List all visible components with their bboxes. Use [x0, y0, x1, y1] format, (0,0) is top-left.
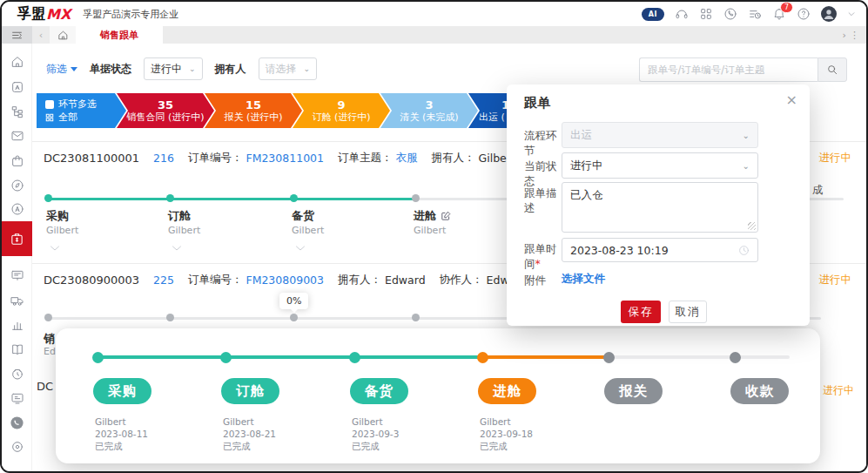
tab-home-icon[interactable] [50, 26, 76, 44]
avatar[interactable] [821, 6, 837, 22]
stage-flow: 环节多选 全部 35 销售合同 (进行中) 15 报关 (进行中) 9 订舱 (… [37, 93, 582, 128]
stage-pill[interactable]: 收款 [730, 378, 789, 404]
stage-pill[interactable]: 订舱 [221, 378, 279, 404]
sidebar-item-settings[interactable] [2, 435, 32, 459]
stage-pill[interactable]: 报关 [604, 378, 663, 404]
follow-up-time-input[interactable]: 2023-08-23 10:19 [562, 238, 758, 262]
sidebar-item-discovery[interactable] [2, 173, 32, 198]
sidebar-item-reports[interactable] [2, 313, 32, 337]
close-icon[interactable]: × [786, 91, 797, 108]
choose-file-link[interactable]: 选择文件 [562, 272, 605, 287]
chevron-down-icon: ⌄ [189, 64, 196, 73]
tab-forward-icon[interactable]: › [843, 30, 846, 41]
expand-chevron-icon[interactable] [50, 242, 60, 254]
sidebar-item-whatsapp[interactable] [2, 410, 32, 435]
owner-value: Edward [385, 274, 426, 287]
popup-line-done [98, 355, 482, 359]
filter-toggle[interactable]: 筛选 [46, 62, 77, 77]
resize-handle[interactable] [748, 222, 756, 230]
process-select[interactable]: 出运⌄ [562, 122, 758, 148]
stage-pill[interactable]: 备货 [350, 378, 408, 404]
doc-badge[interactable]: 225 [153, 274, 174, 287]
menu-toggle-icon[interactable] [2, 26, 32, 44]
modal-title: 跟单 [524, 95, 550, 111]
order-no-label: 订单编号： [188, 151, 243, 166]
sidebar-item-sales-tracking[interactable] [2, 221, 32, 256]
app-header: 孚盟 MX 孚盟产品演示专用企业 AI 7 [2, 2, 866, 26]
owner-label: 拥有人： [338, 273, 381, 287]
timeline-dot [290, 314, 298, 321]
sidebar [2, 44, 32, 471]
help-icon[interactable] [797, 7, 811, 21]
save-button[interactable]: 保存 [621, 301, 661, 323]
app-window: 孚盟 MX 孚盟产品演示专用企业 AI 7 [0, 0, 868, 473]
current-status-label: 当前状态 [524, 159, 564, 188]
sidebar-item-mail[interactable] [2, 124, 32, 148]
checkbox[interactable] [45, 100, 54, 109]
follow-up-time-label: 跟单时间* [524, 241, 564, 271]
chevron-down-icon[interactable] [847, 10, 856, 18]
brand-logo-mark: MX [46, 6, 71, 23]
subject-link[interactable]: 衣服 [396, 151, 418, 166]
sidebar-item-orders[interactable] [2, 362, 32, 386]
owner-placeholder: 请选择 [266, 62, 297, 77]
clock-icon [738, 245, 750, 256]
popup-dot [220, 352, 232, 363]
stage-flow-all[interactable]: 环节多选 全部 [37, 93, 126, 128]
stage-arrow-clearance[interactable]: 3 清关 (未完成) [380, 93, 478, 128]
edit-icon[interactable] [441, 211, 451, 221]
tab-sales-tracking[interactable]: 销售跟单 [76, 26, 163, 44]
cancel-button[interactable]: 取消 [669, 301, 707, 323]
sidebar-item-documents[interactable] [2, 337, 32, 362]
stage-arrow-booking[interactable]: 9 订舱 (进行中) [293, 93, 390, 128]
sidebar-item-customer-a[interactable] [2, 197, 32, 221]
timeline-dot [44, 194, 52, 202]
timeline-dot [412, 194, 420, 202]
sidebar-item-logistics[interactable] [2, 288, 32, 313]
sidebar-item-presentation[interactable] [2, 263, 32, 287]
order-no-link[interactable]: FM230811001 [246, 152, 324, 165]
search-button[interactable] [818, 57, 847, 82]
sidebar-item-products[interactable] [2, 149, 32, 173]
follow-up-modal: 跟单 × 流程环节 出运⌄ 当前状态 进行中⌄ 跟单描述 已入仓 跟单时间* 2… [507, 84, 810, 326]
sidebar-item-monitor[interactable] [2, 386, 32, 410]
current-status-select[interactable]: 进行中⌄ [562, 152, 758, 179]
stage-arrow-sales-contract[interactable]: 35 销售合同 (进行中) [117, 93, 214, 128]
popup-line-pending [609, 355, 790, 359]
bell-icon[interactable]: 7 [772, 7, 786, 21]
doc-badge[interactable]: 216 [153, 152, 174, 165]
owner-select[interactable]: 请选择 ⌄ [259, 57, 318, 80]
stage-pill[interactable]: 采购 [93, 378, 151, 404]
hidden-text-fragment: 成 [812, 183, 823, 198]
attachment-label: 附件 [524, 273, 564, 287]
headset-icon[interactable] [675, 7, 689, 21]
tab-back-icon[interactable]: ‹ [32, 26, 50, 44]
sidebar-item-home[interactable] [2, 50, 32, 74]
stage-arrow-customs[interactable]: 15 报关 (进行中) [205, 93, 302, 128]
stage-pill[interactable]: 进舱 [478, 378, 536, 404]
popup-dot [603, 352, 615, 363]
sidebar-item-contacts[interactable] [2, 75, 32, 99]
tab-bar: ‹ 销售跟单 › ⋮ [2, 26, 866, 44]
subject-label: 订单主题： [338, 151, 393, 166]
doc-status-label: 单据状态 [90, 62, 131, 77]
ai-assistant-button[interactable]: AI [642, 8, 664, 21]
whatsapp-icon[interactable] [723, 7, 737, 21]
doc-status-select[interactable]: 进行中 ⌄ [144, 57, 203, 80]
progress-tooltip: 0% [279, 293, 308, 309]
order-no-link[interactable]: FM230809003 [246, 274, 324, 287]
chevron-down-icon: ⌄ [743, 131, 750, 140]
filter-label: 筛选 [46, 62, 67, 77]
expand-chevron-icon[interactable] [295, 242, 306, 254]
tab-more-icon[interactable]: ⋮ [850, 30, 859, 41]
apps-grid-icon[interactable] [699, 7, 713, 21]
order-no-label: 订单编号： [188, 273, 243, 287]
timeline-dot [166, 194, 174, 202]
description-textarea[interactable]: 已入仓 [562, 182, 758, 233]
stage-detail: Gilbert2023-09-3已完成 [352, 416, 399, 452]
search-input[interactable] [639, 57, 818, 82]
all-label: 全部 [58, 111, 77, 124]
sidebar-item-org-structure[interactable] [2, 99, 32, 124]
expand-chevron-icon[interactable] [172, 242, 182, 254]
task-list-icon[interactable] [748, 7, 762, 21]
